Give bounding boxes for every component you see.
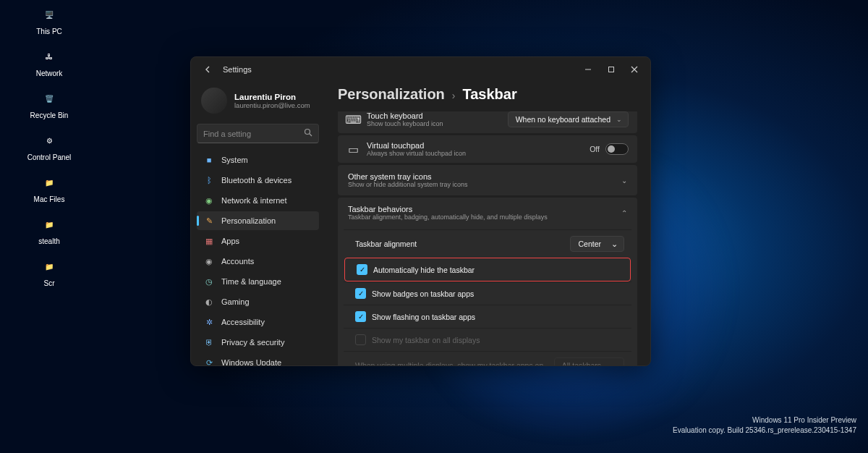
- alignment-dropdown[interactable]: Center ⌄: [570, 236, 624, 252]
- expander-header-other-tray[interactable]: Other system tray icons Show or hide add…: [338, 165, 637, 195]
- expander-header-behaviors[interactable]: Taskbar behaviors Taskbar alignment, bad…: [338, 198, 637, 228]
- row-flashing: ✓ Show flashing on taskbar apps: [344, 305, 631, 328]
- setting-virtual-touchpad[interactable]: ▭ Virtual touchpad Always show virtual t…: [338, 135, 637, 163]
- touch-keyboard-dropdown[interactable]: When no keyboard attached ⌄: [508, 111, 629, 127]
- desktop-icon-label: This PC: [36, 27, 62, 35]
- sidebar-item-label: Accessibility: [221, 318, 265, 326]
- watermark-line-1: Windows 11 Pro Insider Preview: [673, 415, 856, 426]
- desktop-icon-label: Mac Files: [34, 195, 65, 203]
- desktop-icon-mac-files[interactable]: 📁 Mac Files: [23, 172, 75, 203]
- desktop-icon-label: Control Panel: [27, 153, 72, 161]
- system-icon: ■: [204, 155, 214, 165]
- sidebar-item-label: Privacy & security: [221, 338, 284, 347]
- folder-icon: 📁: [39, 172, 59, 192]
- sidebar-item-personalization[interactable]: ✎Personalization: [197, 211, 319, 230]
- minimize-button[interactable]: [576, 59, 600, 80]
- sidebar-item-apps[interactable]: ▦Apps: [197, 232, 319, 250]
- sidebar-item-system[interactable]: ■System: [197, 151, 319, 169]
- accessibility-icon: ✲: [204, 317, 214, 327]
- row-taskbar-alignment: Taskbar alignment Center ⌄: [344, 229, 631, 258]
- expander-subtitle: Taskbar alignment, badging, automaticall…: [348, 213, 621, 221]
- row-multi-displays: When using multiple displays, show my ta…: [344, 351, 631, 365]
- sidebar-item-label: Time & language: [221, 277, 281, 286]
- row-all-displays: Show my taskbar on all displays: [344, 328, 631, 351]
- sidebar-item-network[interactable]: ◉Network & internet: [197, 191, 319, 210]
- avatar: [201, 88, 227, 114]
- settings-scroll[interactable]: ⌨ Touch keyboard Show touch keyboard ico…: [325, 111, 650, 365]
- profile-block[interactable]: Laurentiu Piron laurentiu.piron@live.com: [197, 82, 319, 124]
- time-icon: ◷: [204, 276, 214, 287]
- personalization-icon: ✎: [204, 216, 214, 226]
- sidebar-item-windows-update[interactable]: ⟳Windows Update: [197, 353, 319, 365]
- desktop-icon-network[interactable]: 🖧 Network: [23, 46, 75, 77]
- sidebar-item-accounts[interactable]: ◉Accounts: [197, 252, 319, 271]
- sidebar-item-label: Bluetooth & devices: [221, 176, 292, 185]
- setting-touch-keyboard[interactable]: ⌨ Touch keyboard Show touch keyboard ico…: [338, 111, 637, 133]
- breadcrumb-current: Taskbar: [462, 86, 516, 103]
- profile-name: Laurentiu Piron: [234, 93, 310, 101]
- chevron-down-icon: ⌄: [611, 361, 618, 365]
- recycle-bin-icon: 🗑️: [39, 88, 59, 109]
- sidebar: Laurentiu Piron laurentiu.piron@live.com…: [191, 82, 325, 365]
- desktop-icon-stealth[interactable]: 📁 stealth: [23, 214, 75, 245]
- row-auto-hide: ✓ Automatically hide the taskbar: [344, 258, 631, 281]
- setting-subtitle: Always show virtual touchpad icon: [367, 150, 582, 157]
- chevron-down-icon: ⌄: [611, 240, 618, 248]
- watermark-line-2: Evaluation copy. Build 25346.rs_prerelea…: [673, 426, 856, 436]
- multi-displays-dropdown: All taskbars ⌄: [554, 357, 624, 365]
- expander-other-tray: Other system tray icons Show or hide add…: [338, 165, 637, 195]
- desktop-icon-recycle-bin[interactable]: 🗑️ Recycle Bin: [23, 88, 75, 119]
- setting-subtitle: Show touch keyboard icon: [367, 120, 501, 127]
- maximize-button[interactable]: [600, 59, 623, 80]
- network-icon: 🖧: [39, 46, 59, 67]
- sidebar-item-label: System: [221, 156, 248, 164]
- folder-icon: 📁: [39, 214, 59, 234]
- sidebar-item-privacy[interactable]: ⛨Privacy & security: [197, 333, 319, 352]
- window-title: Settings: [223, 65, 252, 74]
- dropdown-value: Center: [578, 240, 601, 248]
- row-badges: ✓ Show badges on taskbar apps: [344, 281, 631, 305]
- badges-checkbox[interactable]: ✓: [355, 288, 366, 299]
- sidebar-item-gaming[interactable]: ◐Gaming: [197, 292, 319, 311]
- content-area: Personalization › Taskbar ⌨ Touch keyboa…: [325, 82, 650, 365]
- network-icon: ◉: [204, 195, 214, 206]
- sidebar-item-time-language[interactable]: ◷Time & language: [197, 272, 319, 291]
- bluetooth-icon: ᛒ: [204, 175, 214, 185]
- sidebar-item-bluetooth[interactable]: ᛒBluetooth & devices: [197, 171, 319, 190]
- row-label: Show flashing on taskbar apps: [372, 313, 624, 321]
- sidebar-item-label: Windows Update: [221, 358, 281, 365]
- sidebar-item-label: Gaming: [221, 297, 250, 306]
- auto-hide-checkbox[interactable]: ✓: [357, 264, 367, 275]
- profile-email: laurentiu.piron@live.com: [234, 101, 310, 109]
- expander-title: Taskbar behaviors: [348, 205, 621, 213]
- this-pc-icon: 🖥️: [39, 4, 59, 25]
- breadcrumb-parent[interactable]: Personalization: [338, 86, 445, 103]
- svg-rect-1: [609, 67, 614, 72]
- close-button[interactable]: [623, 59, 646, 80]
- titlebar[interactable]: Settings: [191, 57, 650, 82]
- sidebar-item-label: Personalization: [221, 216, 276, 225]
- desktop-icon-this-pc[interactable]: 🖥️ This PC: [23, 4, 75, 35]
- desktop-icon-label: Network: [36, 69, 63, 77]
- touchpad-icon: ▭: [346, 143, 359, 156]
- settings-window: Settings Laurentiu Piron l: [190, 56, 651, 366]
- search-input[interactable]: [203, 130, 304, 138]
- desktop-icon-label: Recycle Bin: [30, 111, 69, 119]
- expander-title: Other system tray icons: [348, 172, 621, 181]
- desktop-icon-control-panel[interactable]: ⚙ Control Panel: [23, 130, 75, 161]
- sidebar-item-label: Network & internet: [221, 196, 286, 205]
- sidebar-item-accessibility[interactable]: ✲Accessibility: [197, 313, 319, 331]
- control-panel-icon: ⚙: [39, 130, 59, 151]
- search-icon: [304, 128, 312, 139]
- row-label: Automatically hide the taskbar: [373, 266, 623, 274]
- search-box[interactable]: [197, 124, 319, 143]
- row-label: Show badges on taskbar apps: [372, 289, 624, 298]
- shield-icon: ⛨: [204, 337, 214, 347]
- apps-icon: ▦: [204, 236, 214, 246]
- folder-icon: 📁: [39, 256, 59, 276]
- keyboard-icon: ⌨: [346, 113, 359, 127]
- virtual-touchpad-toggle[interactable]: [605, 143, 629, 155]
- flashing-checkbox[interactable]: ✓: [355, 311, 366, 322]
- back-button[interactable]: [198, 59, 218, 80]
- desktop-icon-scr[interactable]: 📁 Scr: [23, 256, 75, 287]
